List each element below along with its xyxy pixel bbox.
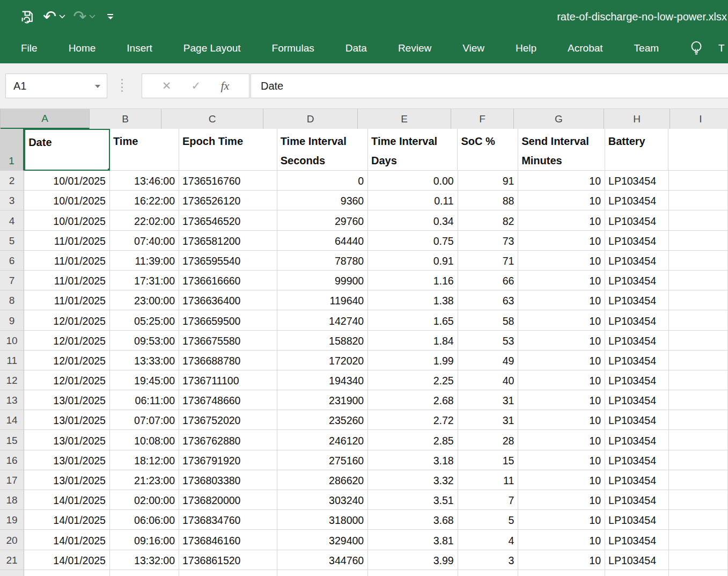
cell[interactable]: Time [110, 129, 179, 171]
cell[interactable]: 82 [458, 210, 519, 230]
cell[interactable]: 7 [458, 490, 519, 510]
row-header-[interactable] [0, 570, 24, 576]
cell[interactable]: 1736748660 [179, 390, 277, 410]
cell[interactable]: 12/01/2025 [24, 331, 110, 351]
cell[interactable]: 13:32:00 [110, 550, 179, 570]
cell[interactable]: 1736526120 [179, 191, 277, 210]
cell[interactable]: LP103454 [605, 470, 668, 490]
ribbon-tab-view[interactable]: View [447, 33, 500, 63]
cell[interactable] [669, 251, 728, 271]
cell[interactable] [458, 570, 519, 576]
cell[interactable] [669, 430, 728, 450]
cell[interactable]: 28 [458, 430, 519, 450]
selected-cell-a1[interactable]: Date [24, 129, 110, 171]
cell[interactable]: LP103454 [605, 331, 668, 351]
cell[interactable]: 11/01/2025 [24, 251, 110, 271]
cell[interactable]: 13/01/2025 [24, 390, 110, 410]
cell[interactable]: LP103454 [605, 351, 668, 370]
row-header-6[interactable]: 6 [0, 251, 24, 271]
cell[interactable]: 1736616660 [179, 271, 277, 290]
cell[interactable]: 88 [458, 191, 519, 210]
cell[interactable]: 1736846160 [179, 530, 277, 550]
cell[interactable]: 10 [518, 210, 605, 230]
cell[interactable]: 11/01/2025 [24, 231, 110, 251]
cell[interactable]: Time Interval Days [368, 129, 458, 171]
cell[interactable] [669, 450, 728, 470]
cell[interactable] [277, 570, 368, 576]
cell[interactable]: 1736581200 [179, 231, 277, 251]
cell[interactable]: 1736546520 [179, 210, 277, 230]
cell[interactable]: 231900 [277, 390, 368, 410]
cell[interactable]: 275160 [277, 450, 368, 470]
cell[interactable] [669, 310, 728, 330]
cell[interactable]: 11 [458, 470, 519, 490]
column-header-D[interactable]: D [263, 109, 358, 129]
cell[interactable]: LP103454 [605, 210, 668, 230]
cell[interactable]: 14/01/2025 [24, 550, 110, 570]
cell[interactable]: 246120 [277, 430, 368, 450]
cell[interactable]: 10 [518, 510, 605, 530]
cell[interactable] [669, 331, 728, 351]
row-header-10[interactable]: 10 [0, 331, 24, 351]
fill-handle[interactable] [107, 168, 110, 171]
cell[interactable]: 303240 [277, 490, 368, 510]
cell[interactable]: 3.68 [368, 510, 458, 530]
cell[interactable]: 40 [458, 370, 519, 390]
column-header-I[interactable]: I [670, 109, 728, 129]
cell[interactable]: 91 [458, 171, 519, 191]
cell[interactable]: 4 [458, 530, 519, 550]
cell[interactable]: 10 [518, 231, 605, 251]
cell[interactable]: 10:08:00 [110, 430, 179, 450]
cell[interactable]: 10 [518, 171, 605, 191]
row-header-1[interactable]: 1 [0, 129, 24, 171]
cell[interactable]: 3.99 [368, 550, 458, 570]
row-header-18[interactable]: 18 [0, 490, 24, 510]
cell[interactable] [669, 351, 728, 370]
cell[interactable]: 235260 [277, 410, 368, 430]
cell[interactable]: 58 [458, 310, 519, 330]
formula-bar-drag-handle[interactable] [121, 79, 123, 92]
cell[interactable]: 10 [518, 470, 605, 490]
cell[interactable]: LP103454 [605, 490, 668, 510]
cell[interactable]: 31 [458, 410, 519, 430]
cell[interactable]: LP103454 [605, 530, 668, 550]
cell[interactable]: 13/01/2025 [24, 470, 110, 490]
cell[interactable]: 1736659500 [179, 310, 277, 330]
cell[interactable] [669, 490, 728, 510]
cell[interactable]: 09:53:00 [110, 331, 179, 351]
cell[interactable]: 10 [518, 251, 605, 271]
row-header-20[interactable]: 20 [0, 530, 24, 550]
cell[interactable] [669, 410, 728, 430]
cell[interactable]: 14/01/2025 [24, 510, 110, 530]
cell[interactable]: 0.75 [368, 231, 458, 251]
cell[interactable]: 21:23:00 [110, 470, 179, 490]
cell[interactable]: LP103454 [605, 290, 668, 310]
cell[interactable]: 15 [458, 450, 519, 470]
cell[interactable]: 10 [518, 370, 605, 390]
cell[interactable]: SoC % [458, 129, 518, 171]
cell[interactable]: 5 [458, 510, 519, 530]
cell[interactable]: 0.00 [368, 171, 458, 191]
cell[interactable]: 10/01/2025 [24, 171, 110, 191]
cell[interactable]: 66 [458, 271, 519, 290]
cell[interactable]: 22:02:00 [110, 210, 179, 230]
cell[interactable]: 10 [518, 331, 605, 351]
row-header-16[interactable]: 16 [0, 450, 24, 470]
cell[interactable]: 10 [518, 310, 605, 330]
cell[interactable]: 10 [518, 271, 605, 290]
cell[interactable]: 10 [518, 430, 605, 450]
cell[interactable]: 10 [518, 450, 605, 470]
cell[interactable]: 10 [518, 351, 605, 370]
cell[interactable] [668, 129, 728, 171]
undo-button[interactable]: ↶ [43, 6, 65, 27]
cell[interactable]: 1736834760 [179, 510, 277, 530]
ribbon-tab-acrobat[interactable]: Acrobat [552, 33, 618, 63]
cell[interactable]: 18:12:00 [110, 450, 179, 470]
cell[interactable]: 3.18 [368, 450, 458, 470]
ribbon-tab-help[interactable]: Help [500, 33, 552, 63]
cell[interactable]: 12/01/2025 [24, 351, 110, 370]
cell[interactable]: 10/01/2025 [24, 210, 110, 230]
cell[interactable]: 13/01/2025 [24, 410, 110, 430]
cell[interactable]: 0.91 [368, 251, 458, 271]
insert-function-icon[interactable]: fx [220, 79, 229, 93]
